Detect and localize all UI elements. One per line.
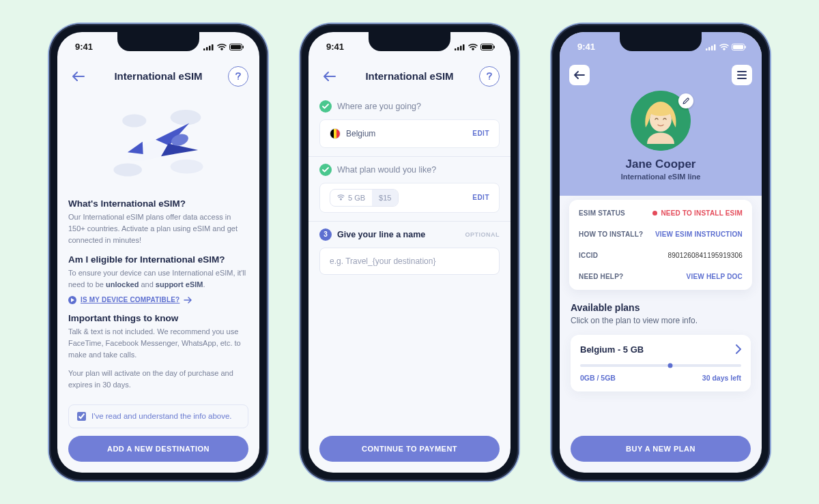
svg-rect-16 (463, 44, 465, 50)
compat-link-label: IS MY DEVICE COMPATIBLE? (81, 296, 179, 303)
profile-nav-bar (560, 62, 762, 91)
destination-value: Belgium (346, 129, 375, 138)
cellular-icon (203, 44, 214, 50)
content-area: Where are you going? Belgium EDIT What p… (308, 93, 511, 473)
svg-rect-21 (708, 47, 710, 50)
step-destination: Where are you going? Belgium EDIT (308, 93, 511, 156)
step-2-question: What plan would you like? (337, 165, 436, 175)
profile-subtitle: International eSIM line (560, 173, 762, 181)
continue-payment-button[interactable]: CONTINUE TO PAYMENT (319, 436, 500, 462)
esim-status-label: ESIM STATUS (579, 209, 625, 217)
plan-pill: 5 GB $15 (330, 189, 399, 207)
bottom-dock: ADD A NEW DESTINATION (57, 429, 259, 473)
add-destination-button[interactable]: ADD A NEW DESTINATION (68, 436, 248, 462)
svg-rect-5 (231, 45, 241, 49)
esim-status-value[interactable]: NEED TO INSTALL ESIM (652, 209, 743, 217)
page-title: International eSIM (114, 70, 202, 82)
phone-frame-1: 9:41 International eSIM (49, 24, 268, 481)
play-icon (68, 296, 76, 304)
plan-price-segment: $15 (372, 190, 398, 206)
edit-avatar-button[interactable] (678, 93, 693, 108)
status-time: 9:41 (75, 42, 93, 52)
wifi-icon (217, 44, 227, 50)
svg-rect-23 (714, 44, 716, 50)
row-iccid: ICCID 8901260841195919306 (579, 245, 743, 266)
wifi-icon (719, 44, 729, 50)
help-label: NEED HELP? (579, 273, 623, 280)
menu-button[interactable] (732, 65, 752, 85)
plan-field[interactable]: 5 GB $15 EDIT (319, 183, 500, 213)
svg-point-7 (122, 114, 146, 127)
status-indicators (706, 44, 747, 50)
bottom-dock: BUY A NEW PLAN (560, 429, 762, 473)
notch (369, 32, 450, 51)
airplane-illustration (104, 99, 213, 186)
back-button[interactable] (569, 65, 590, 85)
plan-meta: 0GB / 5GB 30 days left (580, 374, 741, 382)
content-area: What's International eSIM? Our Internati… (57, 93, 259, 473)
phone-frame-3: 9:41 (551, 24, 770, 481)
nav-bar: International eSIM (308, 62, 511, 93)
iccid-value: 8901260841195919306 (668, 252, 743, 259)
cellular-icon (706, 44, 717, 50)
step-3-header: 3 Give your line a name OPTIONAL (319, 228, 500, 241)
scroll-body[interactable]: ESIM STATUS NEED TO INSTALL ESIM HOW TO … (560, 196, 762, 429)
back-button[interactable] (68, 66, 89, 87)
status-indicators (203, 44, 244, 50)
acknowledge-checkbox[interactable] (77, 412, 86, 421)
svg-rect-25 (733, 45, 743, 49)
status-time: 9:41 (326, 42, 344, 52)
check-icon (319, 164, 332, 176)
plan-size-segment: 5 GB (330, 190, 372, 206)
device-compatible-link[interactable]: IS MY DEVICE COMPATIBLE? (68, 296, 192, 304)
optional-tag: OPTIONAL (465, 231, 500, 238)
svg-rect-2 (209, 46, 211, 50)
plan-card-header: Belgium - 5 GB (580, 344, 741, 355)
back-button[interactable] (319, 66, 340, 87)
row-how-to-install: HOW TO INSTALL? VIEW ESIM INSTRUCTION (579, 224, 743, 245)
cellular-icon (455, 44, 465, 50)
heading-what-is: What's International eSIM? (68, 198, 248, 209)
svg-rect-3 (212, 44, 214, 50)
step-1-header: Where are you going? (319, 100, 500, 113)
svg-rect-14 (457, 47, 459, 50)
line-name-input[interactable] (319, 248, 500, 275)
battery-icon (229, 44, 244, 50)
scroll-body[interactable]: What's International eSIM? Our Internati… (57, 93, 259, 429)
scroll-body[interactable]: Where are you going? Belgium EDIT What p… (308, 93, 511, 429)
arrow-right-icon (184, 297, 192, 303)
svg-rect-18 (482, 45, 492, 49)
help-button[interactable] (479, 66, 500, 87)
step-name: 3 Give your line a name OPTIONAL (308, 221, 511, 283)
battery-icon (732, 44, 747, 50)
edit-plan-link[interactable]: EDIT (472, 194, 489, 201)
days-progress-dot (668, 363, 673, 368)
step-plan: What plan would you like? 5 GB $15 EDIT (308, 156, 511, 221)
svg-rect-19 (494, 46, 495, 48)
help-button[interactable] (228, 66, 248, 87)
heading-important: Important things to know (68, 313, 248, 323)
svg-point-10 (171, 159, 203, 173)
svg-rect-13 (455, 48, 457, 50)
acknowledge-checkbox-row[interactable]: I've read and understand the info above. (68, 404, 248, 428)
nav-bar: International eSIM (57, 62, 259, 93)
plan-card[interactable]: Belgium - 5 GB 0GB / 5GB 30 days left (571, 335, 751, 391)
view-instruction-link[interactable]: VIEW ESIM INSTRUCTION (655, 231, 743, 238)
view-help-link[interactable]: VIEW HELP DOC (687, 273, 743, 280)
iccid-label: ICCID (579, 252, 598, 259)
content-area: ESIM STATUS NEED TO INSTALL ESIM HOW TO … (560, 196, 762, 473)
edit-destination-link[interactable]: EDIT (472, 130, 489, 137)
arrow-left-icon (324, 72, 336, 81)
bottom-dock: CONTINUE TO PAYMENT (308, 429, 511, 473)
profile-hero: 9:41 (560, 32, 762, 196)
avatar-container (631, 91, 691, 151)
menu-icon (737, 71, 747, 79)
heading-eligible: Am I eligible for International eSIM? (68, 254, 248, 265)
esim-info-card: ESIM STATUS NEED TO INSTALL ESIM HOW TO … (569, 200, 752, 290)
step-number-badge: 3 (319, 228, 332, 241)
svg-point-9 (113, 163, 142, 176)
arrow-left-icon (574, 71, 585, 79)
destination-field[interactable]: Belgium EDIT (319, 119, 500, 148)
profile-name: Jane Cooper (560, 158, 762, 171)
buy-new-plan-button[interactable]: BUY A NEW PLAN (571, 436, 751, 462)
